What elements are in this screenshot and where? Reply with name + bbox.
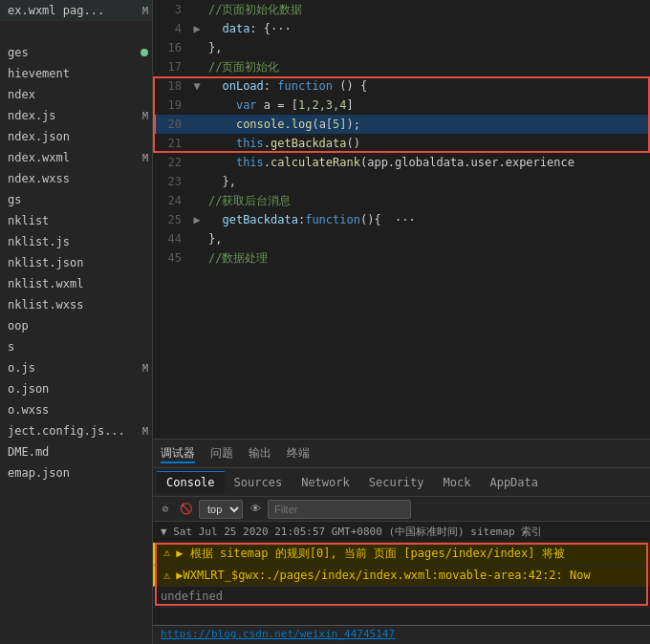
sidebar-item-4[interactable]: ndex [0,84,152,105]
code-line-44: 44}, [153,229,650,248]
line-content-16: }, [205,41,650,54]
line-number-4: 4 [153,22,189,35]
console-entry-text-0: ▼ Sat Jul 25 2020 21:05:57 GMT+0800 (中国标… [161,525,642,539]
line-number-22: 22 [153,156,189,169]
sidebar-item-13[interactable]: nklist.wxml [0,273,152,294]
sidebar-item-18[interactable]: o.json [0,378,152,399]
sidebar-item-label-7: ndex.wxml [8,151,139,164]
sidebar-item-label-0: ex.wxml pag... [8,4,139,17]
console-tab-security[interactable]: Security [359,472,434,493]
sidebar-item-22[interactable]: emap.json [0,462,152,483]
sidebar-item-label-19: o.wxss [8,403,148,417]
console-entry-0: ▼ Sat Jul 25 2020 21:05:57 GMT+0800 (中国标… [153,522,650,543]
console-tab-network[interactable]: Network [292,472,359,493]
code-line-3: 3//页面初始化数据 [153,0,650,19]
line-arrow-4[interactable]: ▶ [189,22,205,35]
console-entry-3: undefined [153,587,650,608]
sidebar-item-19[interactable]: o.wxss [0,399,152,420]
sidebar-item-label-4: ndex [8,88,148,101]
console-warning-icon-2: ⚠ [163,569,170,582]
sidebar-item-21[interactable]: DME.md [0,441,152,462]
code-line-45: 45//数据处理 [153,248,650,268]
sidebar-item-label-18: o.json [8,382,148,396]
console-tabs-row: ConsoleSourcesNetworkSecurityMockAppData [153,468,650,497]
console-entry-text-1: ▶ 根据 sitemap 的规则[0], 当前 页面 [pages/index/… [176,546,642,562]
code-line-19: 19 var a = [1,2,3,4] [153,96,650,115]
line-content-20: console.log(a[5]); [205,118,650,131]
code-line-23: 23 }, [153,172,650,191]
sidebar-item-9[interactable]: gs [0,189,152,210]
sidebar-item-17[interactable]: o.jsM [0,357,152,378]
sidebar-badge-0: M [142,6,148,16]
sidebar: ex.wxml pag...Mgeshievementndexndex.jsMn… [0,0,153,644]
line-content-4: data: {··· [205,22,650,35]
sidebar-badge-20: M [142,426,148,437]
sidebar-item-label-11: nklist.js [8,235,148,248]
sidebar-item-5[interactable]: ndex.jsM [0,105,152,126]
panel-tab-调试器[interactable]: 调试器 [161,443,195,463]
sidebar-item-14[interactable]: nklist.wxss [0,294,152,315]
line-arrow-25[interactable]: ▶ [189,213,205,226]
current-line-indicator [153,115,156,134]
sidebar-item-label-10: nklist [8,214,148,227]
line-number-18: 18 [153,79,189,93]
sidebar-badge-7: M [142,153,148,163]
panel-tab-问题[interactable]: 问题 [210,443,233,463]
sidebar-item-8[interactable]: ndex.wxss [0,168,152,189]
sidebar-item-label-20: ject.config.js... [8,424,139,438]
line-arrow-18[interactable]: ▼ [189,79,205,93]
line-content-44: }, [205,232,650,246]
context-select[interactable]: top [199,500,243,519]
sidebar-dot-2 [141,49,148,56]
toolbar-clear-icon[interactable]: 🚫 [178,501,195,518]
panel-tab-输出[interactable]: 输出 [249,443,271,463]
sidebar-item-11[interactable]: nklist.js [0,231,152,252]
toolbar-filter-icon[interactable]: ⊘ [157,501,174,518]
console-tab-sources[interactable]: Sources [225,472,292,493]
line-content-19: var a = [1,2,3,4] [205,98,650,112]
line-number-25: 25 [153,213,189,226]
sidebar-item-7[interactable]: ndex.wxmlM [0,147,152,168]
line-number-3: 3 [153,3,189,16]
filter-input[interactable] [268,500,411,519]
sidebar-item-label-21: DME.md [8,445,148,459]
console-entry-text-3: undefined [161,590,642,603]
code-line-21: 21 this.getBackdata() [153,134,650,153]
line-content-17: //页面初始化 [205,59,650,75]
line-number-19: 19 [153,98,189,112]
sidebar-item-0[interactable]: ex.wxml pag...M [0,0,152,21]
sidebar-item-20[interactable]: ject.config.js...M [0,420,152,441]
console-output: ▼ Sat Jul 25 2020 21:05:57 GMT+0800 (中国标… [153,522,650,625]
line-number-23: 23 [153,175,189,188]
toolbar-eye-icon[interactable]: 👁 [247,501,264,518]
code-line-20: 20 console.log(a[5]); [153,115,650,134]
sidebar-item-label-14: nklist.wxss [8,298,148,311]
line-content-23: }, [205,175,650,188]
editor-area: 3//页面初始化数据4▶ data: {···16},17//页面初始化18▼ … [153,0,650,644]
sidebar-item-label-2: ges [8,46,137,59]
line-content-18: onLoad: function () { [205,79,650,93]
panel-tab-终端[interactable]: 终端 [287,443,310,463]
line-content-3: //页面初始化数据 [205,2,650,18]
sidebar-item-15[interactable]: oop [0,315,152,336]
console-warning-icon-1: ⚠ [163,546,170,559]
sidebar-item-12[interactable]: nklist.json [0,252,152,273]
bottom-panel: 调试器问题输出终端 ConsoleSourcesNetworkSecurityM… [153,439,650,644]
sidebar-item-1[interactable] [0,21,152,42]
url-bar[interactable]: https://blog.csdn.net/weixin_44745147 [153,625,650,644]
code-editor: 3//页面初始化数据4▶ data: {···16},17//页面初始化18▼ … [153,0,650,439]
sidebar-item-6[interactable]: ndex.json [0,126,152,147]
sidebar-item-10[interactable]: nklist [0,210,152,231]
sidebar-item-16[interactable]: s [0,336,152,357]
sidebar-item-2[interactable]: ges [0,42,152,63]
sidebar-item-label-16: s [8,340,148,354]
code-line-24: 24//获取后台消息 [153,191,650,210]
console-tab-appdata[interactable]: AppData [480,472,548,493]
sidebar-item-3[interactable]: hievement [0,63,152,84]
line-content-24: //获取后台消息 [205,193,650,209]
line-content-25: getBackdata:function(){ ··· [205,213,650,226]
console-tab-console[interactable]: Console [157,471,225,493]
console-tab-mock[interactable]: Mock [434,472,481,493]
line-content-45: //数据处理 [205,250,650,267]
code-line-22: 22 this.calculateRank(app.globaldata.use… [153,153,650,172]
